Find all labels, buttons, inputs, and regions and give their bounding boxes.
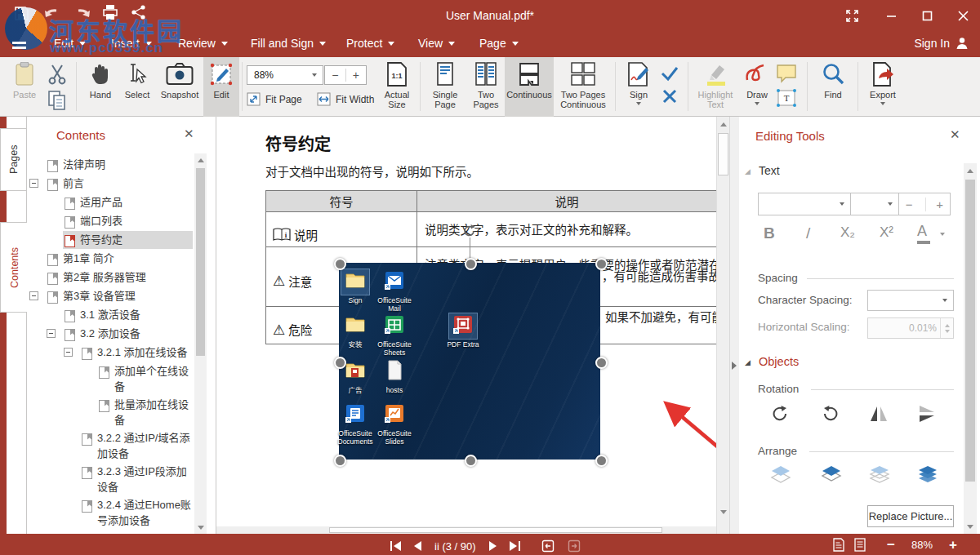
export-button[interactable]: Export — [862, 61, 903, 113]
selected-picture[interactable]: Sign OfficeSuite Mail 安装 OfficeSuite She… — [339, 263, 600, 460]
next-page-button[interactable] — [489, 541, 497, 551]
tree-item[interactable]: 第3章 设备管理 — [29, 287, 193, 306]
edit-tool-button[interactable]: Edit — [203, 57, 239, 117]
tree-item[interactable]: 3.2 添加设备 — [29, 325, 193, 344]
page-view-icon[interactable] — [833, 538, 844, 552]
approve-check-button[interactable] — [660, 65, 679, 85]
minimize-button[interactable] — [879, 7, 903, 24]
continuous-view-icon[interactable] — [854, 538, 866, 552]
scroll-up-icon[interactable] — [720, 122, 727, 127]
collapse-box-icon[interactable] — [64, 348, 73, 357]
highlight-text-button[interactable]: Highlight Text — [692, 61, 739, 113]
menu-edit[interactable]: Edit — [54, 37, 86, 50]
tree-item[interactable]: 前言 — [29, 175, 193, 193]
draw-button[interactable]: Draw — [740, 61, 774, 113]
text-box-button[interactable]: T — [775, 87, 798, 112]
tree-item[interactable]: 3.2.2 通过IP/域名添加设备 — [29, 429, 193, 463]
resize-handle-s[interactable] — [465, 455, 477, 467]
resize-handle-w[interactable] — [334, 357, 346, 369]
find-button[interactable]: Find — [813, 61, 853, 113]
send-backward-button[interactable] — [770, 464, 791, 487]
actual-size-button[interactable]: 1:1 Actual Size — [377, 61, 416, 113]
tree-item[interactable]: 符号约定 — [29, 231, 193, 250]
select-tool-button[interactable]: Select — [120, 61, 154, 113]
resize-handle-nw[interactable] — [334, 258, 346, 270]
page-indicator[interactable]: ii (3 / 90) — [434, 540, 476, 553]
scrollbar-thumb[interactable] — [965, 180, 975, 482]
tree-item[interactable]: 法律声明 — [29, 156, 193, 175]
tree-item[interactable]: 3.2.4 通过EHome账号添加设备 — [29, 496, 193, 530]
menu-review[interactable]: Review — [178, 37, 228, 50]
menu-insert[interactable]: Insert — [111, 37, 152, 50]
close-button[interactable] — [951, 7, 975, 24]
horizontal-scaling-input[interactable]: 0.01% — [867, 317, 954, 339]
resize-handle-se[interactable] — [595, 455, 608, 467]
next-view-icon[interactable] — [568, 539, 581, 553]
tree-item[interactable]: 端口列表 — [29, 212, 193, 231]
section-collapse-icon[interactable]: ◢ — [745, 358, 751, 366]
fit-width-button[interactable]: Fit Width — [317, 92, 374, 106]
scrollbar-thumb[interactable] — [329, 527, 662, 533]
tree-item[interactable]: 3.2.3 通过IP段添加设备 — [29, 463, 193, 496]
menu-page[interactable]: Page — [479, 37, 519, 50]
subscript-button[interactable]: X₂ — [840, 224, 855, 241]
previous-view-icon[interactable] — [541, 539, 555, 553]
tree-item[interactable]: 批量添加在线设备 — [29, 396, 193, 429]
close-icon[interactable]: ✕ — [950, 129, 960, 140]
rotate-left-button[interactable] — [821, 404, 840, 427]
font-color-button[interactable]: A — [917, 223, 930, 244]
scroll-up-icon[interactable] — [967, 169, 973, 173]
chevron-down-icon[interactable] — [940, 233, 945, 236]
resize-handle-ne[interactable] — [595, 258, 608, 270]
continuous-view-button[interactable]: Continuous — [505, 57, 554, 117]
sign-button[interactable]: Sign — [621, 61, 657, 113]
zoom-out-button[interactable]: − — [887, 538, 895, 552]
comment-button[interactable] — [776, 64, 797, 87]
tree-item[interactable]: 第2章 服务器管理 — [29, 269, 193, 287]
font-family-select[interactable] — [758, 193, 851, 215]
character-spacing-select[interactable] — [867, 290, 954, 311]
statusbar-zoom-level[interactable]: 88% — [911, 539, 933, 551]
menu-fill-and-sign[interactable]: Fill and Sign — [251, 37, 326, 50]
increase-font-button[interactable]: + — [925, 198, 943, 211]
document-page[interactable]: 符号约定 对于文档中出现的符号，说明如下所示。 符号 说明 i 说明 说明类文字… — [216, 117, 716, 534]
fullscreen-button[interactable] — [840, 7, 864, 24]
italic-button[interactable]: / — [806, 224, 810, 242]
collapse-box-icon[interactable] — [29, 179, 38, 188]
collapse-box-icon[interactable] — [47, 329, 56, 338]
maximize-button[interactable] — [915, 7, 939, 24]
bring-to-front-button[interactable] — [917, 464, 938, 487]
scroll-up-icon[interactable] — [198, 158, 204, 162]
scroll-down-icon[interactable] — [720, 510, 727, 514]
bold-button[interactable]: B — [764, 224, 775, 242]
copy-button[interactable] — [47, 90, 67, 114]
editing-tools-scrollbar[interactable] — [964, 163, 977, 534]
decrease-font-button[interactable]: − — [906, 198, 913, 211]
resize-handle-sw[interactable] — [334, 455, 346, 467]
last-page-button[interactable] — [510, 541, 520, 551]
snapshot-button[interactable]: Snapshot — [155, 61, 204, 113]
zoom-level-select[interactable]: 88% — [247, 65, 323, 85]
reject-x-button[interactable] — [662, 88, 678, 108]
zoom-out-button[interactable]: − — [325, 69, 346, 82]
fit-page-button[interactable]: Fit Page — [247, 92, 302, 106]
zoom-in-button[interactable]: + — [949, 538, 957, 552]
tree-item[interactable]: 添加单个在线设备 — [29, 362, 193, 396]
two-pages-button[interactable]: Two Pages — [467, 61, 505, 113]
tree-item[interactable]: 适用产品 — [29, 193, 193, 212]
sidebar-tab-pages[interactable]: Pages — [0, 128, 27, 191]
tree-item[interactable]: 第1章 简介 — [29, 250, 193, 269]
red-arrow-annotation[interactable] — [648, 389, 716, 458]
zoom-in-button[interactable]: + — [346, 69, 367, 82]
tree-item[interactable]: 3.1 激活设备 — [29, 306, 193, 325]
contents-scrollbar[interactable] — [194, 153, 207, 534]
tree-item[interactable]: 3.2.1 添加在线设备 — [29, 344, 193, 362]
resize-handle-e[interactable] — [595, 357, 608, 369]
superscript-button[interactable]: X² — [880, 224, 893, 241]
rotate-right-button[interactable] — [770, 404, 790, 427]
document-vscrollbar[interactable] — [716, 117, 729, 534]
document-hscrollbar[interactable] — [216, 526, 716, 534]
two-pages-continuous-button[interactable]: Two Pages Continuous — [555, 61, 612, 113]
scroll-down-icon[interactable] — [967, 525, 973, 529]
first-page-button[interactable] — [390, 541, 401, 551]
